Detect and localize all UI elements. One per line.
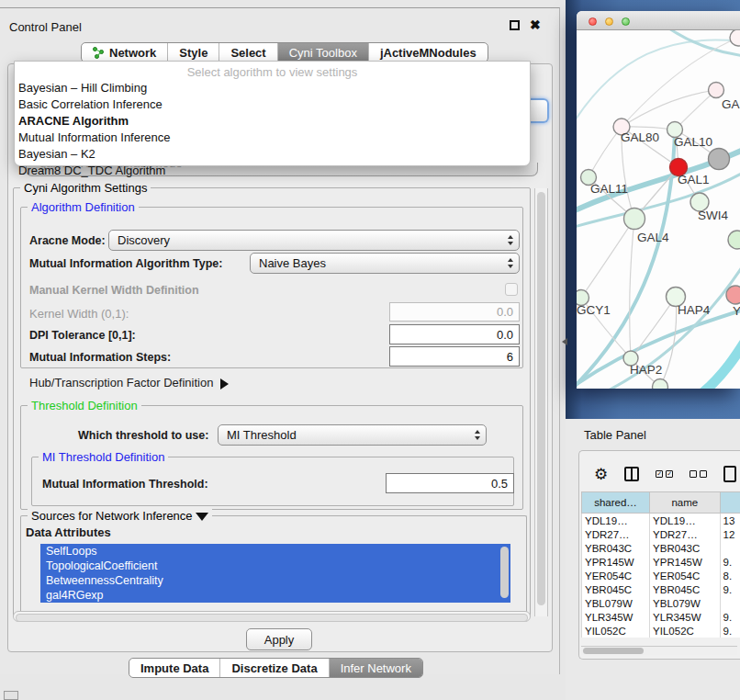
dropdown-item[interactable]: Bayesian – Hill Climbing [15,79,530,96]
settings-hscrollbar[interactable] [13,611,531,622]
tab-impute-data[interactable]: Impute Data [129,659,219,677]
tab-network[interactable]: Network [82,43,167,62]
control-panel-window: Control Panel ✖ Network Style Select Cyn… [0,7,560,674]
dropdown-item[interactable]: Bayesian – K2 [15,145,530,162]
mi-algorithm-type-combo[interactable]: Naive Bayes [250,253,520,274]
cytopanel-tabs: Network Style Select Cyni Toolbox jActiv… [81,42,488,62]
split-view-icon[interactable] [624,467,639,481]
node-label: GAL80 [621,130,659,144]
node-label: SWI4 [698,209,728,222]
node-table: shared… name YDL19…YDL19…13 YDR27…YDR27…… [581,491,740,638]
mi-type-label: Mutual Information Algorithm Type: [29,257,222,270]
table-panel-title: Table Panel [584,428,646,442]
settings-scrollbar-thumb[interactable] [537,192,545,605]
node-label: HAP2 [630,363,662,377]
dropdown-item[interactable]: Mutual Information Inference [15,129,530,145]
kernel-width-field[interactable]: 0.0 [389,302,520,322]
minimized-panel-icon[interactable] [4,691,18,700]
tab-jactivemnodules[interactable]: jActiveMNodules [368,43,488,62]
settings-scrollbar-track[interactable] [534,188,548,616]
expanded-arrow-icon [196,513,208,521]
aracne-mode-label: Aracne Mode: [29,234,106,247]
close-icon[interactable]: ✖ [530,17,541,32]
manual-kernel-label: Manual Kernel Width Definition [29,284,199,297]
node-label: GAL10 [674,135,712,149]
minimize-traffic-light-icon[interactable] [605,17,613,26]
network-window: GAL GAL80 GAL10 GAL1 GAL11 SWI4 GAL4 GCY… [577,11,740,389]
list-item[interactable]: TopologicalCoefficient [40,559,510,573]
algorithm-dropdown-popup: Select algorithm to view settings Bayesi… [14,61,531,166]
node-label: GAL1 [678,173,710,186]
dropdown-item-selected[interactable]: ARACNE Algorithm [15,112,530,129]
tab-label: Network [109,46,156,60]
mi-threshold-field[interactable]: 0.5 [386,473,514,493]
list-item[interactable]: SelfLoops [40,544,510,559]
data-attributes-list: SelfLoops TopologicalCoefficient Between… [40,544,510,610]
node-label: GAL4 [637,231,669,244]
zoom-traffic-light-icon[interactable] [622,17,630,26]
dpi-tolerance-label: DPI Tolerance [0,1]: [29,329,136,342]
tab-select[interactable]: Select [219,43,276,62]
document-icon[interactable] [723,466,736,482]
stepper-icon [508,235,513,245]
dpi-tolerance-field[interactable]: 0.0 [389,324,520,344]
table-row[interactable]: YPR145WYPR145W9. [582,555,740,569]
mi-threshold-label: Mutual Information Threshold: [42,478,208,491]
mi-steps-label: Mutual Information Steps: [29,351,171,364]
which-threshold-label: Which threshold to use: [78,429,208,442]
table-hscrollbar-thumb[interactable] [583,648,644,654]
tab-infer-network[interactable]: Infer Network [329,659,422,677]
data-attributes-label: Data Attributes [26,525,111,539]
table-row[interactable]: YBL079WYBL079W [582,596,740,610]
tab-style[interactable]: Style [167,43,219,62]
stepper-icon [475,430,480,440]
group-title: MI Threshold Definition [39,450,168,464]
table-row[interactable]: YDL19…YDL19…13 [582,514,740,528]
gear-icon[interactable]: ⚙ [594,467,608,482]
apply-button[interactable]: Apply [246,628,312,650]
table-hscrollbar[interactable] [581,646,737,655]
table-row[interactable]: YDR27…YDR27…12 [582,527,740,541]
checked-pair-icon[interactable]: ✓✓ [656,470,673,478]
node-label: Y [733,304,740,318]
which-threshold-combo[interactable]: MI Threshold [218,424,487,446]
aracne-mode-combo[interactable]: Discovery [108,230,520,251]
table-row[interactable]: YLR345WYLR345W9. [582,610,740,624]
column-header[interactable] [720,492,740,514]
list-item[interactable]: gal4RGexp [40,588,510,603]
network-canvas[interactable]: GAL GAL80 GAL10 GAL1 GAL11 SWI4 GAL4 GCY… [577,30,740,389]
column-header[interactable]: name [650,492,720,514]
close-traffic-light-icon[interactable] [589,17,597,26]
table-row[interactable]: YIL052CYIL052C9. [582,624,740,638]
node-label: GAL11 [590,182,628,196]
tab-cyni-toolbox[interactable]: Cyni Toolbox [277,43,368,62]
table-header-row: shared… name [582,492,740,514]
group-title: Cyni Algorithm Settings [20,181,151,195]
cyni-bottom-tabs: Impute Data Discretize Data Infer Networ… [129,658,423,678]
network-icon [93,47,105,59]
list-scrollbar-thumb[interactable] [500,547,509,598]
manual-kernel-checkbox[interactable] [505,283,518,296]
dropdown-item[interactable]: Basic Correlation Inference [15,96,530,112]
sources-toggle[interactable]: Sources for Network Inference [28,509,212,523]
control-panel-title: Control Panel [9,20,82,34]
group-title: Threshold Definition [28,399,141,412]
hub-definition-toggle[interactable]: Hub/Transcription Factor Definition [29,376,229,390]
settings-hscrollbar-thumb[interactable] [16,614,528,622]
collapsed-arrow-icon [220,378,229,390]
node-label: HAP4 [678,303,710,317]
mi-steps-field[interactable]: 6 [389,346,520,367]
dropdown-item[interactable]: Dream8 DC_TDC Algorithm [15,162,530,178]
resize-cursor-icon [562,338,567,345]
unchecked-pair-icon[interactable] [690,470,707,478]
network-window-titlebar[interactable] [577,11,740,30]
table-row[interactable]: YBR043CYBR043C [582,541,740,555]
list-item[interactable]: BetweennessCentrality [40,573,510,588]
float-window-icon[interactable] [510,20,520,30]
stepper-icon [508,258,513,268]
table-row[interactable]: YBR045CYBR045C9. [582,582,740,596]
tab-discretize-data[interactable]: Discretize Data [219,659,328,677]
column-header[interactable]: shared… [582,492,650,514]
table-panel-box: ⚙ ✓✓ shared… name YDL19…YDL19…13 YDR27…Y… [578,450,740,660]
table-row[interactable]: YER054CYER054C8. [582,569,740,582]
